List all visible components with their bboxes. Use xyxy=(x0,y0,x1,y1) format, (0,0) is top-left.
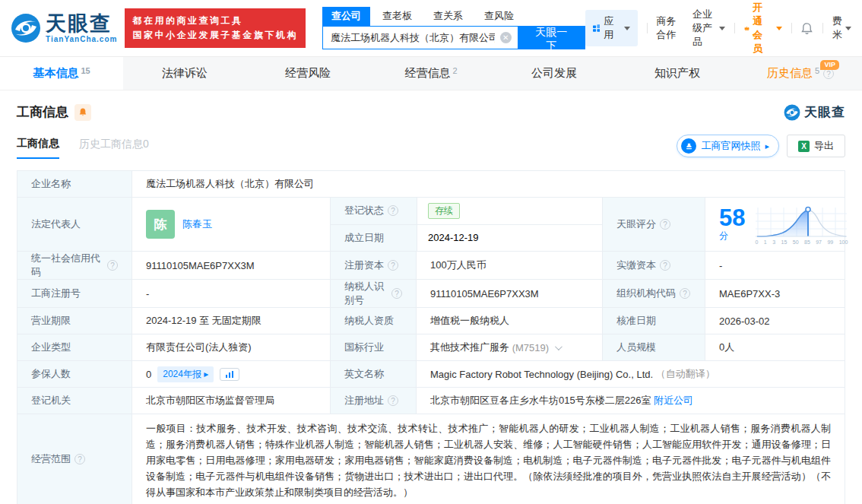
field-label: 英文名称 xyxy=(330,361,416,387)
help-icon: ? xyxy=(388,205,398,216)
enterprise-products-link[interactable]: 企业级产品 xyxy=(692,8,726,49)
tianyancha-eye-icon xyxy=(784,104,800,121)
chevron-down-icon xyxy=(719,27,725,30)
business-registration-table: 企业名称 魔法工场机器人科技（北京）有限公司 法定代表人 陈 陈春玉 登记状态? xyxy=(17,170,845,504)
tab-operation-risk[interactable]: 经营风险 xyxy=(246,57,369,90)
clear-search-icon[interactable]: ✕ xyxy=(500,32,512,43)
user-menu[interactable]: 费米 xyxy=(832,14,851,42)
score-axis-labels: 0131550859799100 xyxy=(754,239,848,245)
brand-name: 天眼查 xyxy=(46,14,117,34)
site-header: 天眼查 TianYanCha.com 都在用的商业查询工具 国家中小企业发展子基… xyxy=(0,0,862,57)
legal-rep-avatar[interactable]: 陈 xyxy=(146,210,175,239)
field-label: 参保人数 xyxy=(17,361,132,387)
field-label: 核准日期 xyxy=(602,308,705,334)
field-label: 营业期限 xyxy=(17,308,132,334)
tab-business-info[interactable]: 经营信息2 xyxy=(369,57,493,90)
excel-icon: X xyxy=(798,141,810,152)
registered-address-value: 北京市朝阳区豆各庄乡水牛坊015号东楼二层226室 xyxy=(430,394,651,407)
main-content: 工商信息 天眼查 工商信息 历史工商信息0 xyxy=(0,103,862,504)
table-row: 登记机关 北京市朝阳区市场监督管理局 注册地址? 北京市朝阳区豆各庄乡水牛坊01… xyxy=(17,388,845,414)
section-title: 工商信息 xyxy=(17,103,68,121)
tianyancha-logo[interactable]: 天眼查 TianYanCha.com xyxy=(11,13,117,43)
tianyancha-eye-icon xyxy=(11,13,41,43)
field-label: 成立日期 xyxy=(331,225,417,252)
business-scope-value: 一般项目：技术服务、技术开发、技术咨询、技术交流、技术转让、技术推广；智能机器人… xyxy=(132,414,845,504)
field-label: 登记状态? xyxy=(331,198,417,224)
chevron-down-icon xyxy=(845,27,851,30)
insured-count-value: 0 xyxy=(146,369,151,380)
help-icon: ? xyxy=(680,288,690,299)
table-row: 法定代表人 陈 陈春玉 登记状态? 存续 成立日期 xyxy=(17,198,845,252)
legal-rep-link[interactable]: 陈春玉 xyxy=(182,217,212,231)
subtab-history-registration[interactable]: 历史工商信息0 xyxy=(79,138,149,158)
field-label: 企业名称 xyxy=(17,171,132,197)
open-vip-link[interactable]: 开通会员 xyxy=(744,1,782,55)
staff-size-value: 0人 xyxy=(705,334,845,360)
search-input[interactable] xyxy=(322,26,518,49)
tab-history-info[interactable]: VIP 历史信息5 ? xyxy=(739,57,862,90)
search-tab-risk[interactable]: 查风险 xyxy=(475,7,523,26)
notifications-bell-icon[interactable] xyxy=(800,22,813,35)
approval-date-value: 2026-03-02 xyxy=(705,308,845,334)
search-tab-company[interactable]: 查公司 xyxy=(322,7,370,26)
english-name-value: Magic Factory Robot Technology (Beijing)… xyxy=(430,369,653,380)
subtab-business-registration[interactable]: 工商信息 xyxy=(17,137,59,159)
table-row: 统一社会信用代码? 91110105MAE6P7XX3M 注册资本? 100万人… xyxy=(17,252,845,280)
business-cooperation-link[interactable]: 商务合作 xyxy=(656,14,678,42)
registration-authority-value: 北京市朝阳区市场监督管理局 xyxy=(132,388,330,414)
field-label: 组织机构代码? xyxy=(602,280,705,307)
annual-report-tag[interactable]: 2024年报 ▸ xyxy=(157,366,214,382)
search-block: 查公司 查老板 查关系 查风险 ✕ 天眼一下 xyxy=(322,7,585,49)
field-label: 实缴资本? xyxy=(602,252,705,279)
field-label: 工商注册号 xyxy=(17,280,132,307)
score-distribution-chart: 0131550859799100 xyxy=(754,204,848,245)
stamp-icon xyxy=(681,138,696,154)
nearby-companies-link[interactable]: 附近公司 xyxy=(654,394,693,407)
tianyan-score[interactable]: 58分 xyxy=(705,198,856,251)
subscribe-bell-icon[interactable] xyxy=(74,104,91,121)
business-term-value: 2024-12-19 至 无固定期限 xyxy=(132,308,330,334)
company-detail-tabs: 基本信息15 法律诉讼 经营风险 经营信息2 公司发展 知识产权 VIP 历史信… xyxy=(0,57,862,90)
field-label: 纳税人识别号? xyxy=(330,280,416,307)
export-button[interactable]: X 导出 xyxy=(787,135,845,157)
search-tabs: 查公司 查老板 查关系 查风险 xyxy=(322,7,585,26)
tab-legal-proceedings[interactable]: 法律诉讼 xyxy=(123,57,246,90)
header-user-nav: 应用 商务合作 企业级产品 开通会员 xyxy=(585,1,851,55)
help-icon: ? xyxy=(391,288,402,299)
table-row: 企业名称 魔法工场机器人科技（北京）有限公司 xyxy=(17,171,845,198)
table-row: 参保人数 0 2024年报 ▸ 英文名称 Magic Factory Robot… xyxy=(17,361,845,388)
field-label: 经营范围? xyxy=(17,414,132,504)
apps-menu[interactable]: 应用 xyxy=(585,10,638,46)
tianyancha-watermark: 天眼查 xyxy=(784,103,845,121)
trend-chart-icon[interactable] xyxy=(220,368,239,381)
table-row: 营业期限 2024-12-19 至 无固定期限 纳税人资质 增值税一般纳税人 核… xyxy=(17,308,845,334)
taxpayer-quality-value: 增值税一般纳税人 xyxy=(416,308,602,334)
help-icon: ? xyxy=(660,260,670,271)
brand-domain: TianYanCha.com xyxy=(46,36,117,43)
chevron-down-icon xyxy=(776,27,782,30)
search-button[interactable]: 天眼一下 xyxy=(518,26,585,49)
taxpayer-id-value: 91110105MAE6P7XX3M xyxy=(416,280,602,307)
tab-basic-info[interactable]: 基本信息15 xyxy=(0,57,123,90)
official-snapshot-button[interactable]: 工商官网快照 ▸ xyxy=(677,135,779,157)
help-icon: ? xyxy=(388,395,398,406)
field-label: 注册资本? xyxy=(330,252,416,279)
chevron-down-icon xyxy=(624,27,630,30)
field-label: 国标行业 xyxy=(330,334,416,360)
field-label: 法定代表人 xyxy=(17,198,132,251)
field-label: 企业类型 xyxy=(17,334,132,360)
field-label: 登记机关 xyxy=(17,388,132,414)
search-tab-relation[interactable]: 查关系 xyxy=(424,7,472,26)
industry-value[interactable]: 其他技术推广服务 (M7519) xyxy=(416,334,602,360)
field-label: 天眼评分? xyxy=(602,198,705,251)
table-row: 经营范围? 一般项目：技术服务、技术开发、技术咨询、技术交流、技术转让、技术推广… xyxy=(17,414,845,504)
help-icon: ? xyxy=(660,219,670,230)
help-icon: ? xyxy=(107,260,118,271)
company-type-value: 有限责任公司(法人独资) xyxy=(132,334,330,360)
paid-capital-value: - xyxy=(705,252,845,279)
tab-intellectual-property[interactable]: 知识产权 xyxy=(616,57,739,90)
tab-company-development[interactable]: 公司发展 xyxy=(493,57,616,90)
tianyancha-company-page: 天眼查 TianYanCha.com 都在用的商业查询工具 国家中小企业发展子基… xyxy=(0,0,862,504)
search-tab-boss[interactable]: 查老板 xyxy=(373,7,421,26)
vip-badge: VIP xyxy=(820,60,839,70)
